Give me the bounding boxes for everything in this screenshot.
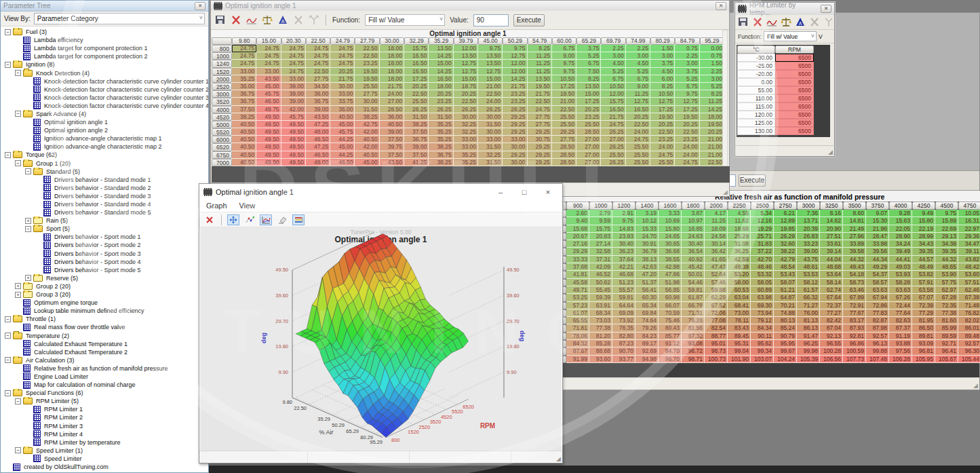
cell[interactable]: 40.50 bbox=[232, 143, 256, 151]
col-header[interactable]: 54.79 bbox=[528, 37, 552, 45]
cell[interactable]: 20.83 bbox=[589, 233, 612, 240]
cell[interactable]: 44.41 bbox=[889, 256, 912, 263]
pan-rotate-icon[interactable] bbox=[227, 214, 239, 225]
cell[interactable]: 1.50 bbox=[650, 45, 675, 52]
cell[interactable]: 97.56 bbox=[889, 347, 912, 355]
cell[interactable]: 25.50 bbox=[355, 83, 379, 90]
cell[interactable]: 36.75 bbox=[232, 98, 256, 105]
cell[interactable]: 46.50 bbox=[306, 151, 330, 159]
cell[interactable]: 23.25 bbox=[650, 136, 675, 143]
cell[interactable]: 38.55 bbox=[659, 256, 682, 263]
rpm-cell[interactable]: 6500 bbox=[775, 94, 814, 102]
cell[interactable]: 45.00 bbox=[330, 121, 355, 128]
cell[interactable]: 16.50 bbox=[429, 75, 453, 83]
cell[interactable]: 81.13 bbox=[797, 317, 820, 324]
cell[interactable]: 85.24 bbox=[774, 324, 797, 332]
compare-icon[interactable]: A bbox=[795, 17, 806, 27]
cell[interactable]: 4.55 bbox=[728, 210, 751, 217]
collapse-icon[interactable]: − bbox=[15, 111, 21, 117]
cell[interactable]: 11.25 bbox=[528, 60, 552, 67]
cell[interactable]: 87.04 bbox=[820, 324, 843, 332]
cell[interactable]: 30.00 bbox=[503, 143, 527, 151]
function-dropdown[interactable]: Fill w/ Value ˅ bbox=[365, 14, 445, 26]
cell[interactable]: 6.21 bbox=[774, 210, 797, 217]
cell[interactable]: 3.75 bbox=[576, 45, 601, 52]
cell[interactable]: 40.50 bbox=[380, 121, 404, 128]
cell[interactable]: 58.14 bbox=[820, 279, 843, 286]
cell[interactable]: 28.50 bbox=[552, 159, 576, 166]
cell[interactable]: 49.71 bbox=[566, 286, 589, 294]
expand-icon[interactable]: + bbox=[25, 218, 31, 224]
cell[interactable]: 22.50 bbox=[650, 128, 675, 136]
rpm-cell[interactable]: 6500 bbox=[775, 111, 814, 119]
cell[interactable]: 92.81 bbox=[843, 333, 866, 340]
col-header[interactable]: 4500 bbox=[935, 202, 958, 210]
cell[interactable]: 99.67 bbox=[774, 347, 797, 355]
cell[interactable]: 24.75 bbox=[330, 45, 355, 52]
tree-item[interactable]: Drivers behavior - Standard mode 5 bbox=[1, 208, 208, 216]
cell[interactable]: 27.00 bbox=[576, 143, 601, 151]
cell[interactable]: 77.08 bbox=[705, 317, 728, 324]
cell[interactable]: 20.25 bbox=[650, 121, 675, 128]
cell[interactable]: 98.73 bbox=[705, 347, 728, 355]
cell[interactable]: 39.56 bbox=[866, 248, 889, 255]
cell[interactable]: 22.50 bbox=[355, 52, 379, 60]
cell[interactable]: 38.25 bbox=[232, 113, 256, 121]
cell[interactable]: 32.60 bbox=[774, 240, 797, 248]
cell[interactable]: 36.25 bbox=[728, 248, 751, 255]
cell[interactable]: 53.90 bbox=[935, 271, 958, 278]
cell[interactable]: 92.71 bbox=[935, 340, 958, 347]
tree-item[interactable]: RPM Limiter 2 bbox=[1, 413, 208, 421]
cell[interactable]: 28.50 bbox=[576, 128, 601, 136]
cell[interactable]: 77.64 bbox=[889, 309, 912, 317]
tree-item[interactable]: −RPM Limiter (5) bbox=[1, 397, 208, 405]
cell[interactable]: 35.25 bbox=[429, 121, 453, 128]
collapse-icon[interactable]: − bbox=[5, 152, 11, 158]
cell[interactable]: 24.75 bbox=[330, 52, 355, 60]
tree-item[interactable]: −Fuel (3) bbox=[1, 28, 208, 36]
cell[interactable]: 39.00 bbox=[380, 128, 404, 136]
cell[interactable]: 25.50 bbox=[552, 113, 576, 121]
cell[interactable]: 18.00 bbox=[700, 113, 724, 121]
cell[interactable]: 13.50 bbox=[478, 60, 503, 67]
cell[interactable]: 31.50 bbox=[478, 121, 503, 128]
tree-item[interactable]: Optimum engine torque bbox=[1, 299, 208, 307]
cell[interactable]: 4.50 bbox=[650, 68, 675, 75]
cell[interactable]: 39.00 bbox=[797, 248, 820, 255]
temperature-cell[interactable]: 120.00 bbox=[737, 111, 775, 119]
cell[interactable]: 15.00 bbox=[576, 90, 601, 98]
cell[interactable]: 10.05 bbox=[958, 210, 980, 217]
cell[interactable]: 31.50 bbox=[355, 106, 379, 113]
cell[interactable]: 53.53 bbox=[797, 271, 820, 278]
cell[interactable]: 87.32 bbox=[682, 333, 705, 340]
cell[interactable]: 21.75 bbox=[528, 90, 552, 98]
cell[interactable]: 17.25 bbox=[675, 106, 699, 113]
cell[interactable]: 96.81 bbox=[912, 347, 935, 355]
cell[interactable]: 45.00 bbox=[256, 83, 281, 90]
cell[interactable]: 48.68 bbox=[820, 263, 843, 271]
cell[interactable]: 27.51 bbox=[820, 233, 843, 240]
cell[interactable]: 22.50 bbox=[454, 98, 478, 105]
cell[interactable]: 7.50 bbox=[576, 68, 601, 75]
cell[interactable]: 12.75 bbox=[626, 98, 650, 105]
cell[interactable]: 21.75 bbox=[601, 113, 625, 121]
tree-item[interactable]: Ignition advance-angle characteristic ma… bbox=[1, 134, 208, 143]
cell[interactable]: 13.71 bbox=[797, 217, 820, 225]
cell[interactable]: 61.21 bbox=[774, 286, 797, 294]
cell[interactable]: 24.75 bbox=[232, 60, 256, 67]
cell[interactable]: 24.65 bbox=[659, 233, 682, 240]
cell[interactable]: 46.50 bbox=[330, 159, 355, 166]
cell[interactable]: 44.32 bbox=[843, 256, 866, 263]
cell[interactable]: 24.75 bbox=[232, 52, 256, 60]
cell[interactable]: 30.00 bbox=[355, 98, 379, 105]
cell[interactable]: 55.57 bbox=[612, 286, 635, 294]
tree-item[interactable]: +Rain (5) bbox=[1, 216, 208, 225]
cell[interactable]: 25.50 bbox=[626, 159, 650, 166]
cell[interactable]: 35.25 bbox=[429, 136, 453, 143]
col-header[interactable]: 60.00 bbox=[552, 37, 576, 45]
cell[interactable]: 5.25 bbox=[576, 52, 601, 60]
cell[interactable]: 88.77 bbox=[705, 333, 728, 340]
cell[interactable]: 58.07 bbox=[774, 279, 797, 286]
tree-item[interactable]: −Special Functions (6) bbox=[1, 389, 208, 397]
cell[interactable]: 78.06 bbox=[566, 333, 589, 340]
